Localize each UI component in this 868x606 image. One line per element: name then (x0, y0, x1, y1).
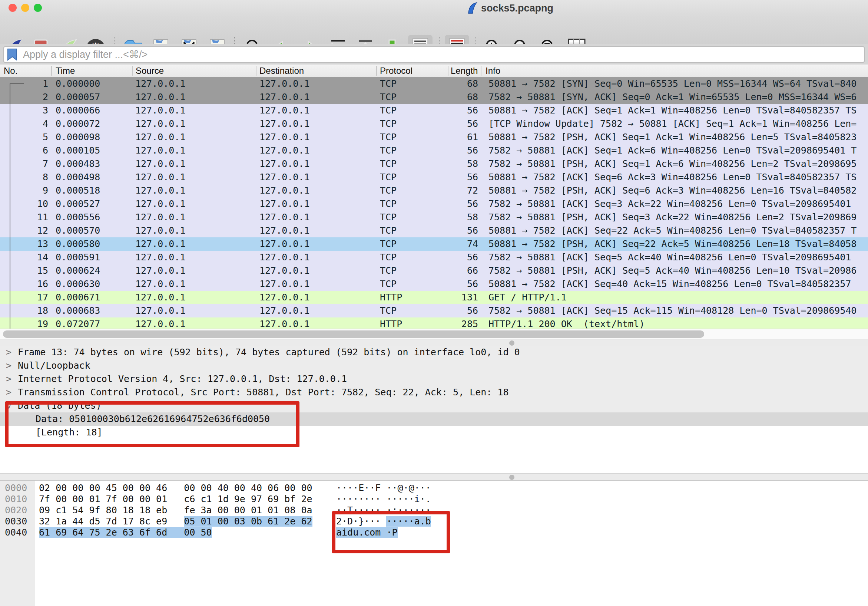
column-header-no[interactable]: No. (4, 66, 17, 76)
display-filter-input[interactable]: Apply a display filter ...<⌘/> (3, 46, 865, 63)
cell-no: 7 (0, 158, 48, 169)
cell-protocol: TCP (380, 265, 397, 276)
filter-bar: Apply a display filter ...<⌘/> (0, 44, 868, 65)
packet-row[interactable]: 12 0.000570 127.0.0.1 127.0.0.1 TCP 56 5… (0, 224, 868, 237)
hex-ascii[interactable]: ··T····· ·:······ (336, 505, 431, 516)
cell-source: 127.0.0.1 (135, 252, 185, 263)
hex-ascii[interactable]: ····E··F ··@·@··· (336, 483, 431, 493)
cell-source: 127.0.0.1 (135, 319, 185, 329)
column-header-time[interactable]: Time (56, 66, 75, 76)
packet-row[interactable]: 5 0.000098 127.0.0.1 127.0.0.1 TCP 61 50… (0, 131, 868, 144)
packet-row[interactable]: 14 0.000591 127.0.0.1 127.0.0.1 TCP 56 7… (0, 251, 868, 264)
detail-row[interactable]: > Frame 13: 74 bytes on wire (592 bits),… (0, 346, 868, 359)
cell-info: 50881 → 7582 [SYN] Seq=0 Win=65535 Len=0… (488, 78, 857, 89)
cell-time: 0.000591 (56, 252, 100, 263)
close-window-button[interactable] (9, 4, 17, 12)
expander-chevron-icon[interactable]: > (6, 373, 11, 384)
detail-row[interactable]: > Data (18 bytes) (0, 399, 868, 412)
cell-no: 5 (0, 132, 48, 142)
packet-row[interactable]: 16 0.000630 127.0.0.1 127.0.0.1 TCP 56 5… (0, 277, 868, 291)
expander-chevron-icon[interactable]: > (6, 387, 11, 398)
hex-row[interactable]: 0040 61 69 64 75 2e 63 6f 6d 00 50 aidu.… (0, 527, 868, 538)
packet-list-hscrollbar[interactable] (0, 329, 868, 339)
column-header-destination[interactable]: Destination (259, 66, 304, 76)
packet-row[interactable]: 3 0.000066 127.0.0.1 127.0.0.1 TCP 56 50… (0, 104, 868, 117)
maximize-window-button[interactable] (34, 4, 42, 12)
packet-row[interactable]: 8 0.000498 127.0.0.1 127.0.0.1 TCP 56 50… (0, 171, 868, 184)
packet-row[interactable]: 19 0.072077 127.0.0.1 127.0.0.1 HTTP 285… (0, 317, 868, 329)
packet-row[interactable]: 9 0.000518 127.0.0.1 127.0.0.1 TCP 72 50… (0, 184, 868, 197)
filter-bookmark-icon[interactable] (7, 48, 18, 61)
cell-info: 7582 → 50881 [SYN, ACK] Seq=0 Ack=1 Win=… (488, 92, 857, 103)
cell-source: 127.0.0.1 (135, 292, 185, 303)
cell-source: 127.0.0.1 (135, 132, 185, 142)
cell-time: 0.000072 (56, 118, 100, 129)
hex-row[interactable]: 0000 02 00 00 00 45 00 00 46 00 00 40 00… (0, 482, 868, 493)
cell-protocol: HTTP (380, 292, 402, 303)
expander-chevron-icon[interactable]: > (6, 347, 11, 357)
column-header-length[interactable]: Length (451, 66, 480, 76)
cell-no: 15 (0, 265, 48, 276)
packet-list: 1 0.000000 127.0.0.1 127.0.0.1 TCP 68 50… (0, 77, 868, 329)
cell-destination: 127.0.0.1 (259, 212, 310, 222)
minimize-window-button[interactable] (21, 4, 29, 12)
cell-no: 3 (0, 105, 48, 116)
cell-no: 9 (0, 185, 48, 196)
packet-row[interactable]: 18 0.000683 127.0.0.1 127.0.0.1 TCP 56 7… (0, 304, 868, 317)
detail-row[interactable]: > Internet Protocol Version 4, Src: 127.… (0, 372, 868, 386)
hex-ascii[interactable]: 2·D·}··· ·····a.b (336, 516, 431, 527)
hex-row[interactable]: 0030 32 1a 44 d5 7d 17 8c e9 05 01 00 03… (0, 516, 868, 527)
splitter-handle[interactable] (509, 475, 515, 480)
packet-row[interactable]: 15 0.000624 127.0.0.1 127.0.0.1 TCP 66 7… (0, 264, 868, 277)
cell-destination: 127.0.0.1 (259, 145, 310, 156)
detail-row[interactable]: > Null/Loopback (0, 359, 868, 372)
hex-rows: 0000 02 00 00 00 45 00 00 46 00 00 40 00… (0, 482, 868, 538)
packet-row[interactable]: 7 0.000483 127.0.0.1 127.0.0.1 TCP 58 75… (0, 157, 868, 171)
cell-no: 11 (0, 212, 48, 222)
pane-splitter[interactable] (0, 339, 868, 347)
cell-no: 16 (0, 278, 48, 289)
hex-row[interactable]: 0020 09 c1 54 9f 80 18 18 eb fe 3a 00 00… (0, 504, 868, 516)
column-header-source[interactable]: Source (136, 66, 164, 76)
detail-row[interactable]: > Data: 050100030b612e62616964752e636f6d… (0, 412, 868, 426)
hex-bytes[interactable]: 32 1a 44 d5 7d 17 8c e9 05 01 00 03 0b 6… (39, 516, 312, 527)
packet-row[interactable]: 4 0.000072 127.0.0.1 127.0.0.1 TCP 56 [T… (0, 117, 868, 131)
expander-chevron-icon[interactable]: > (6, 360, 11, 371)
cell-protocol: TCP (380, 212, 397, 222)
hex-ascii[interactable]: ········ ·····i·. (336, 494, 431, 504)
hscrollbar-thumb[interactable] (3, 331, 704, 338)
packet-row[interactable]: 13 0.000580 127.0.0.1 127.0.0.1 TCP 74 5… (0, 237, 868, 251)
hex-bytes[interactable]: 09 c1 54 9f 80 18 18 eb fe 3a 00 00 01 0… (39, 505, 312, 516)
packet-list-header: No. Time Source Destination Protocol Len… (0, 65, 868, 78)
hex-ascii[interactable]: aidu.com ·P (336, 527, 398, 538)
column-header-protocol[interactable]: Protocol (380, 66, 412, 76)
cell-time: 0.000683 (56, 305, 100, 316)
detail-row[interactable]: > [Length: 18] (0, 426, 868, 439)
cell-no: 1 (0, 78, 48, 89)
expander-chevron-icon[interactable]: > (4, 403, 14, 409)
cell-source: 127.0.0.1 (135, 199, 185, 209)
cell-no: 19 (0, 319, 48, 329)
cell-source: 127.0.0.1 (135, 225, 185, 236)
splitter-handle[interactable] (509, 340, 515, 346)
hex-bytes[interactable]: 61 69 64 75 2e 63 6f 6d 00 50 (39, 527, 212, 538)
cell-time: 0.000498 (56, 172, 100, 182)
packet-row[interactable]: 10 0.000527 127.0.0.1 127.0.0.1 TCP 56 7… (0, 197, 868, 211)
pane-splitter[interactable] (0, 473, 868, 481)
packet-row[interactable]: 17 0.000671 127.0.0.1 127.0.0.1 HTTP 131… (0, 291, 868, 304)
window-title: socks5.pcapng (481, 3, 553, 14)
cell-length: 56 (426, 199, 478, 209)
cell-time: 0.000105 (56, 145, 100, 156)
packet-row[interactable]: 6 0.000105 127.0.0.1 127.0.0.1 TCP 56 75… (0, 144, 868, 157)
packet-row[interactable]: 1 0.000000 127.0.0.1 127.0.0.1 TCP 68 50… (0, 77, 868, 90)
column-header-info[interactable]: Info (485, 66, 500, 76)
cell-no: 18 (0, 305, 48, 316)
cell-time: 0.000556 (56, 212, 100, 222)
hex-bytes[interactable]: 02 00 00 00 45 00 00 46 00 00 40 00 40 0… (39, 483, 312, 493)
hex-row[interactable]: 0010 7f 00 00 01 7f 00 00 01 c6 c1 1d 9e… (0, 493, 868, 504)
packet-row[interactable]: 2 0.000057 127.0.0.1 127.0.0.1 TCP 68 75… (0, 90, 868, 104)
cell-no: 4 (0, 118, 48, 129)
detail-row[interactable]: > Transmission Control Protocol, Src Por… (0, 386, 868, 399)
hex-bytes[interactable]: 7f 00 00 01 7f 00 00 01 c6 c1 1d 9e 97 6… (39, 494, 312, 504)
packet-row[interactable]: 11 0.000556 127.0.0.1 127.0.0.1 TCP 58 7… (0, 211, 868, 224)
